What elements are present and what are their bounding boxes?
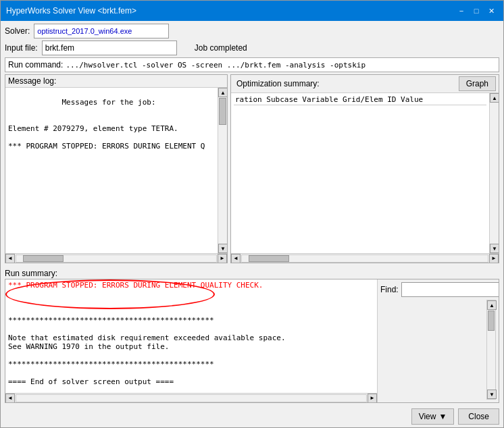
top-panels: Message log: Messages for the job: Eleme…	[5, 74, 499, 263]
window-controls: − □ ✕	[455, 5, 498, 17]
optimization-label: Optimization summary:	[234, 78, 322, 90]
message-log-header: Message log:	[5, 75, 227, 88]
rs-scroll-thumb[interactable]	[488, 311, 495, 331]
rs-scroll-down-btn[interactable]: ▼	[487, 390, 497, 399]
minimize-button[interactable]: −	[455, 5, 468, 17]
message-log-scroll-area: Messages for the job: Element # 2079279,…	[5, 88, 227, 253]
footer-row: View ▼ Close	[1, 406, 503, 427]
inputfile-row: Input file: Job completed	[5, 41, 499, 55]
hscroll-right-btn[interactable]: ►	[218, 254, 227, 263]
message-log-hscrollbar[interactable]: ◄ ►	[5, 253, 227, 263]
opt-scroll-up-btn[interactable]: ▲	[490, 93, 499, 103]
restore-button[interactable]: □	[470, 5, 483, 17]
job-status: Job completed	[195, 43, 247, 53]
hscroll-left-btn[interactable]: ◄	[5, 254, 15, 263]
stop-error-text: *** PROGRAM STOPPED: ERRORS DURING ELEME…	[8, 281, 263, 290]
run-summary-label: Run summary:	[5, 268, 499, 279]
view-button[interactable]: View ▼	[411, 408, 455, 425]
hscroll-thumb[interactable]	[23, 255, 64, 262]
message-log-text: Messages for the job: Element # 2079279,…	[8, 98, 205, 151]
inputfile-input[interactable]	[42, 41, 177, 55]
close-window-button[interactable]: ✕	[484, 5, 498, 17]
optimization-hscrollbar[interactable]: ◄ ►	[231, 253, 499, 263]
opt-hscroll-thumb[interactable]	[249, 255, 289, 262]
message-log-content[interactable]: Messages for the job: Element # 2079279,…	[5, 88, 218, 253]
view-dropdown-icon: ▼	[438, 412, 447, 421]
message-log-vscrollbar[interactable]: ▲ ▼	[218, 88, 227, 253]
optimization-content[interactable]: ration Subcase Variable Grid/Elem ID Val…	[231, 93, 489, 253]
run-summary-sidebar: Find: ▲ ▼	[377, 279, 499, 402]
opt-hscroll-track[interactable]	[241, 255, 488, 263]
main-window: HyperWorks Solver View <brkt.fem> − □ ✕ …	[0, 0, 504, 428]
hscroll-track[interactable]	[16, 255, 217, 263]
find-label: Find:	[380, 285, 399, 294]
rs-scroll-up-btn[interactable]: ▲	[487, 300, 497, 310]
optimization-panel: Optimization summary: Graph ration Subca…	[230, 74, 499, 263]
optimization-header-row: Optimization summary: Graph	[231, 75, 499, 93]
solver-row: Solver:	[5, 24, 499, 38]
rs-hscroll-left-btn[interactable]: ◄	[5, 394, 15, 403]
message-log-panel: Message log: Messages for the job: Eleme…	[5, 74, 228, 263]
scroll-thumb[interactable]	[219, 98, 226, 125]
title-bar: HyperWorks Solver View <brkt.fem> − □ ✕	[1, 1, 503, 21]
opt-hscroll-left-btn[interactable]: ◄	[231, 254, 241, 263]
run-summary-content[interactable]: *** PROGRAM STOPPED: ERRORS DURING ELEME…	[5, 279, 377, 393]
inputfile-label: Input file:	[5, 43, 38, 53]
run-summary-section: Run summary: *** PROGRAM STOPPED: ERRORS…	[5, 268, 499, 403]
find-input[interactable]	[401, 282, 499, 297]
find-row: Find:	[380, 282, 496, 297]
opt-hscroll-right-btn[interactable]: ►	[489, 254, 499, 263]
rs-hscroll-right-btn[interactable]: ►	[368, 394, 377, 403]
optimization-vscrollbar[interactable]: ▲ ▼	[489, 93, 499, 253]
run-summary-hscrollbar[interactable]: ◄ ►	[5, 393, 377, 402]
graph-button[interactable]: Graph	[459, 76, 496, 91]
run-command-row: Run command: .../hwsolver.tcl -solver OS…	[5, 57, 499, 72]
solver-label: Solver:	[5, 26, 30, 36]
view-label: View	[419, 412, 436, 421]
scroll-down-btn[interactable]: ▼	[218, 244, 227, 253]
run-command-label: Run command:	[8, 60, 63, 70]
window-content: Solver: Input file: Job completed Run co…	[1, 21, 503, 406]
scroll-up-btn[interactable]: ▲	[218, 88, 227, 97]
optimization-scroll-area: ration Subcase Variable Grid/Elem ID Val…	[231, 93, 499, 253]
window-title: HyperWorks Solver View <brkt.fem>	[6, 6, 136, 16]
run-command-value: .../hwsolver.tcl -solver OS -screen .../…	[66, 61, 366, 70]
opt-scroll-down-btn[interactable]: ▼	[490, 244, 499, 253]
opt-table-header: ration Subcase Variable Grid/Elem ID Val…	[234, 95, 486, 105]
solver-input[interactable]	[34, 24, 169, 38]
run-summary-panel: *** PROGRAM STOPPED: ERRORS DURING ELEME…	[5, 279, 499, 403]
run-summary-vscrollbar[interactable]: ▲ ▼	[486, 300, 496, 400]
rs-hscroll-track[interactable]	[16, 394, 367, 402]
close-button[interactable]: Close	[458, 408, 499, 425]
